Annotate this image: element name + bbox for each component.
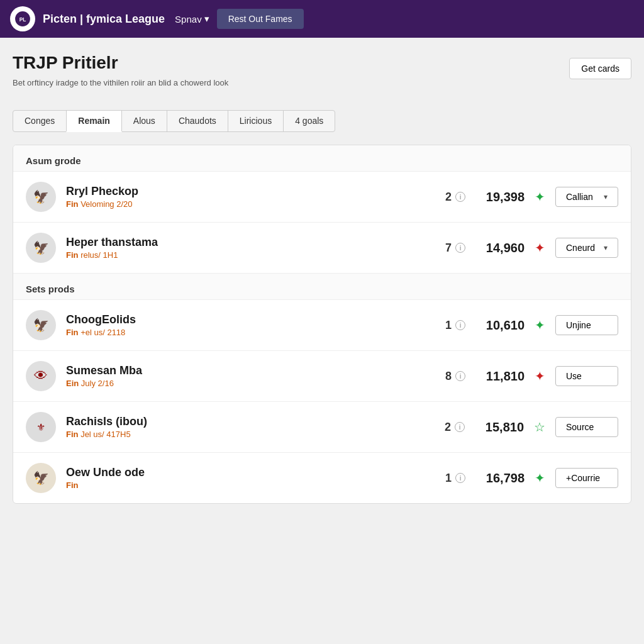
app-header: PL Picten | fymica League Spnav ▾ Rest O…: [0, 0, 644, 38]
header-title: Picten | fymica League: [43, 13, 165, 26]
info-icon: i: [455, 192, 465, 202]
avatar: ⚜: [26, 412, 56, 442]
list-item: 🦅 ChoogEolids Fin +el us/ 2118 1 i 10,61…: [13, 300, 631, 351]
item-count: 8 i: [445, 370, 470, 383]
page-title-area: TRJP Pritielr Bet orftincy iradge to the…: [13, 53, 569, 100]
item-info: Rryl Pheckop Fin Veloming 2/20: [66, 185, 435, 209]
header-nav-spnav[interactable]: Spnav ▾: [175, 13, 209, 25]
info-icon: i: [455, 320, 465, 330]
avatar: 👁: [26, 361, 56, 391]
list-item: 🦅 Rryl Pheckop Fin Veloming 2/20 2 i 19,…: [13, 172, 631, 223]
item-count: 1 i: [445, 319, 470, 332]
main-content: TRJP Pritielr Bet orftincy iradge to the…: [0, 38, 644, 519]
list-item: 🦅 Oew Unde ode Fin 1 i 16,798 ✦ +Courrie: [13, 453, 631, 503]
item-sub: Fin Veloming 2/20: [66, 199, 435, 209]
item-sub: Fin: [66, 480, 435, 490]
item-count: 2 i: [445, 191, 470, 204]
star-icon: ✦: [535, 470, 545, 486]
item-count: 2 i: [445, 421, 470, 434]
item-value: 11,810: [480, 369, 525, 384]
tab-conges[interactable]: Conges: [13, 110, 67, 132]
star-icon: ✦: [535, 318, 545, 333]
item-name: Sumesan Mba: [66, 364, 435, 377]
item-action-button[interactable]: Callian ▾: [555, 187, 618, 207]
tab-remain[interactable]: Remain: [66, 110, 122, 132]
item-name: Rryl Pheckop: [66, 185, 435, 198]
rest-out-fames-button[interactable]: Rest Out Fames: [217, 9, 304, 29]
item-sub: Fin +el us/ 2118: [66, 328, 435, 337]
item-name: ChoogEolids: [66, 313, 435, 326]
chevron-down-icon: ▾: [604, 192, 608, 201]
info-icon: i: [455, 243, 465, 253]
page-subtitle: Bet orftincy iradge to the vithilen roii…: [13, 78, 569, 87]
list-item: 🦅 Heper thanstama Fin relus/ 1H1 7 i 14,…: [13, 223, 631, 274]
star-icon: ✦: [535, 369, 545, 384]
item-value: 15,810: [480, 420, 524, 435]
item-info: ChoogEolids Fin +el us/ 2118: [66, 313, 435, 337]
avatar: 🦅: [26, 233, 56, 263]
tab-chaudots[interactable]: Chaudots: [167, 110, 228, 132]
tab-alous[interactable]: Alous: [121, 110, 167, 132]
item-count: 1 i: [445, 472, 470, 485]
item-value: 10,610: [480, 318, 525, 333]
source-button[interactable]: Source: [555, 417, 618, 437]
section-header-sets: Sets prods: [13, 274, 631, 300]
item-count: 7 i: [445, 242, 470, 255]
star-icon: ☆: [534, 419, 545, 435]
item-value: 16,798: [480, 471, 525, 486]
chevron-down-icon: ▾: [604, 243, 608, 252]
page-title: TRJP Pritielr: [13, 53, 569, 73]
content-panel: Asum grode 🦅 Rryl Pheckop Fin Veloming 2…: [13, 145, 631, 504]
info-icon: i: [455, 371, 465, 381]
item-action-button[interactable]: +Courrie: [555, 468, 618, 488]
list-item: 👁 Sumesan Mba Ein July 2/16 8 i 11,810 ✦…: [13, 351, 631, 402]
star-icon: ✦: [535, 189, 545, 204]
page-header-row: TRJP Pritielr Bet orftincy iradge to the…: [13, 53, 631, 100]
item-info: Rachisls (ibou) Fin Jel us/ 417H5: [66, 415, 435, 439]
list-item: ⚜ Rachisls (ibou) Fin Jel us/ 417H5 2 i …: [13, 402, 631, 453]
item-action-button[interactable]: Use: [555, 366, 618, 386]
avatar: 🦅: [26, 463, 56, 493]
item-info: Sumesan Mba Ein July 2/16: [66, 364, 435, 388]
premier-league-logo: PL: [10, 6, 35, 31]
avatar: 🦅: [26, 310, 56, 340]
item-sub: Ein July 2/16: [66, 379, 435, 388]
info-icon: i: [455, 473, 465, 483]
tab-liricious[interactable]: Liricious: [228, 110, 284, 132]
section-header-asum: Asum grode: [13, 145, 631, 172]
tab-bar: Conges Remain Alous Chaudots Liricious 4…: [13, 110, 631, 132]
item-name: Oew Unde ode: [66, 466, 435, 479]
tab-4goals[interactable]: 4 goals: [283, 110, 335, 132]
item-action-button[interactable]: Cneurd ▾: [555, 238, 618, 258]
item-name: Heper thanstama: [66, 236, 435, 249]
avatar: 🦅: [26, 182, 56, 212]
get-cards-button[interactable]: Get cards: [569, 58, 631, 79]
item-sub: Fin Jel us/ 417H5: [66, 430, 435, 439]
item-info: Oew Unde ode Fin: [66, 466, 435, 490]
info-icon: i: [455, 422, 465, 432]
header-nav: Spnav ▾ Rest Out Fames: [175, 9, 303, 29]
item-name: Rachisls (ibou): [66, 415, 435, 428]
item-value: 14,960: [480, 241, 525, 255]
star-icon: ✦: [535, 240, 545, 255]
item-sub: Fin relus/ 1H1: [66, 250, 435, 260]
item-action-button[interactable]: Unjine: [555, 315, 618, 335]
item-value: 19,398: [480, 190, 525, 204]
svg-text:PL: PL: [19, 16, 26, 23]
item-info: Heper thanstama Fin relus/ 1H1: [66, 236, 435, 260]
